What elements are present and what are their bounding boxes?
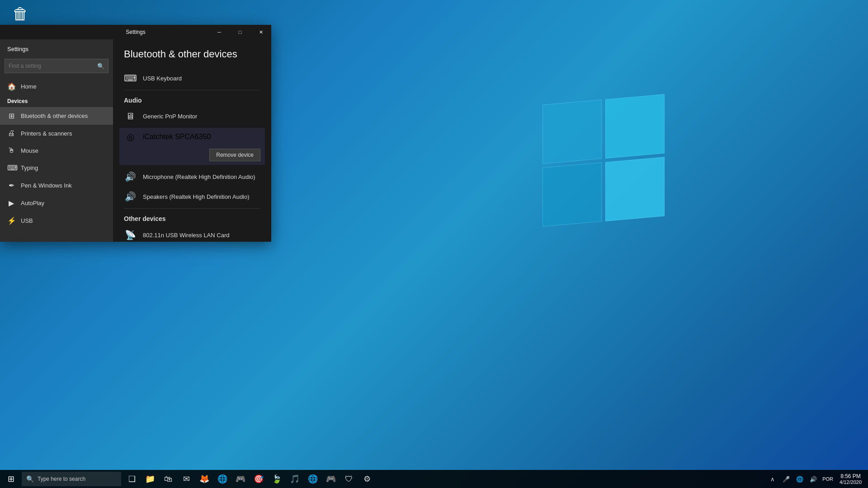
tray-date: 4/12/2020 (840, 479, 862, 485)
store-button[interactable]: 🛍 (159, 470, 177, 488)
tray-chevron[interactable]: ∧ (766, 470, 779, 488)
taskbar-tray: ∧ 🎤 🌐 🔊 POR 8:56 PM 4/12/2020 (766, 470, 868, 488)
sidebar: Settings 🔍 🏠 Home Devices ⊞ Bluetooth & … (0, 39, 113, 242)
microphone-icon: 🔊 (124, 171, 137, 182)
audio-section-header: Audio (124, 97, 260, 104)
speakers-icon: 🔊 (124, 191, 137, 202)
mail-button[interactable]: ✉ (177, 470, 195, 488)
wireless-lan-icon: 📡 (124, 230, 137, 240)
bluetooth-icon: ⊞ (7, 112, 15, 120)
minimize-button[interactable]: ─ (209, 25, 230, 39)
home-label: Home (21, 83, 37, 90)
device-item-icatchtek[interactable]: ◎ iCatchtek SPCA6350 Remove device (119, 128, 265, 165)
sidebar-item-autoplay[interactable]: ▶ AutoPlay (0, 194, 113, 212)
sidebar-mouse-label: Mouse (21, 147, 38, 154)
device-item-usb-keyboard[interactable]: ⌨ USB Keyboard (124, 68, 260, 88)
explorer-button[interactable]: 📁 (141, 470, 159, 488)
sidebar-autoplay-label: AutoPlay (21, 200, 44, 206)
recycle-bin-icon: 🗑 (5, 5, 36, 23)
sidebar-printers-label: Printers & scanners (21, 130, 72, 137)
sidebar-app-label: Settings (0, 39, 113, 57)
sidebar-item-pen[interactable]: ✒ Pen & Windows Ink (0, 177, 113, 194)
taskbar-search-text: Type here to search (38, 476, 85, 482)
search-icon: 🔍 (97, 63, 104, 70)
sidebar-item-typing[interactable]: ⌨ Typing (0, 159, 113, 177)
search-input[interactable] (9, 63, 97, 69)
tray-volume[interactable]: 🔊 (807, 470, 820, 488)
camera-icon: ◎ (124, 131, 137, 142)
network-icon: 🌐 (796, 476, 803, 483)
device-item-wireless-lan[interactable]: 📡 802.11n USB Wireless LAN Card (124, 225, 260, 242)
mouse-icon: 🖱 (7, 146, 15, 155)
shield-icon: 🛡 (345, 474, 353, 484)
settings-icon: ⚙ (363, 474, 371, 484)
pen-icon: ✒ (7, 181, 15, 190)
steam-button[interactable]: 🎮 (231, 470, 250, 488)
sidebar-item-usb[interactable]: ⚡ USB (0, 212, 113, 230)
start-icon: ⊞ (8, 474, 14, 484)
chrome-icon: 🌐 (217, 474, 227, 484)
window-title: Settings (126, 29, 145, 35)
task-view-button[interactable]: ❑ (123, 470, 141, 488)
device-item-microphone[interactable]: 🔊 Microphone (Realtek High Definition Au… (124, 167, 260, 187)
tray-network[interactable]: 🌐 (793, 470, 806, 488)
page-title: Bluetooth & other devices (124, 48, 260, 60)
search-box[interactable]: 🔍 (5, 59, 108, 73)
game-button[interactable]: 🎯 (250, 470, 268, 488)
mail-icon: ✉ (183, 474, 190, 484)
sidebar-item-printers[interactable]: 🖨 Printers & scanners (0, 125, 113, 142)
icatchtek-name: iCatchtek SPCA6350 (143, 133, 260, 141)
close-button[interactable]: ✕ (250, 25, 271, 39)
printer-icon: 🖨 (7, 129, 15, 137)
autoplay-icon: ▶ (7, 199, 15, 207)
game-icon: 🎯 (254, 474, 264, 484)
taskbar-icons: ❑ 📁 🛍 ✉ 🦊 🌐 🎮 🎯 🍃 (123, 470, 376, 488)
app-browser-button[interactable]: 🌐 (304, 470, 322, 488)
sidebar-item-home[interactable]: 🏠 Home (0, 78, 113, 95)
music-icon: 🎵 (290, 474, 300, 484)
sidebar-item-mouse[interactable]: 🖱 Mouse (0, 142, 113, 159)
taskbar-search[interactable]: 🔍 Type here to search (22, 472, 121, 486)
tray-clock[interactable]: 8:56 PM 4/12/2020 (836, 470, 865, 488)
game2-icon: 🎮 (326, 474, 336, 484)
settings-button[interactable]: ⚙ (358, 470, 376, 488)
explorer-icon: 📁 (145, 474, 155, 484)
window-body: Settings 🔍 🏠 Home Devices ⊞ Bluetooth & … (0, 39, 271, 242)
app-shield-button[interactable]: 🛡 (340, 470, 358, 488)
sidebar-section-label: Devices (0, 95, 113, 107)
keyboard-icon: ⌨ (124, 73, 137, 84)
start-button[interactable]: ⊞ (0, 470, 22, 488)
spotify-icon: 🍃 (272, 474, 282, 484)
main-content: Bluetooth & other devices ⌨ USB Keyboard… (113, 39, 271, 242)
sidebar-typing-label: Typing (21, 164, 38, 171)
tray-lang[interactable]: POR (821, 476, 835, 482)
divider-2 (124, 208, 260, 209)
device-item-speakers[interactable]: 🔊 Speakers (Realtek High Definition Audi… (124, 187, 260, 206)
sidebar-item-bluetooth[interactable]: ⊞ Bluetooth & other devices (0, 107, 113, 125)
usb-icon: ⚡ (7, 216, 15, 225)
tray-time: 8:56 PM (840, 473, 861, 479)
monitor-icon: 🖥 (124, 111, 137, 122)
sidebar-pen-label: Pen & Windows Ink (21, 182, 72, 189)
steam-icon: 🎮 (236, 474, 245, 484)
sidebar-usb-label: USB (21, 217, 33, 224)
tray-mic[interactable]: 🎤 (780, 470, 793, 488)
mic-icon: 🎤 (783, 476, 790, 483)
maximize-button[interactable]: □ (230, 25, 250, 39)
firefox-icon: 🦊 (199, 474, 209, 484)
chrome-button[interactable]: 🌐 (213, 470, 231, 488)
title-bar: Settings ─ □ ✕ (0, 25, 271, 39)
wireless-lan-name: 802.11n USB Wireless LAN Card (143, 232, 260, 239)
device-item-generic-pnp[interactable]: 🖥 Generic PnP Monitor (124, 107, 260, 126)
speakers-name: Speakers (Realtek High Definition Audio) (143, 193, 260, 200)
app-music-button[interactable]: 🎵 (286, 470, 304, 488)
browser-icon: 🌐 (308, 474, 318, 484)
windows-logo (542, 99, 665, 221)
remove-device-button[interactable]: Remove device (209, 149, 260, 161)
other-devices-section-header: Other devices (124, 215, 260, 222)
app-spotify-button[interactable]: 🍃 (268, 470, 286, 488)
microphone-name: Microphone (Realtek High Definition Audi… (143, 174, 260, 180)
app-game2-button[interactable]: 🎮 (322, 470, 340, 488)
chevron-icon: ∧ (770, 476, 775, 483)
firefox-button[interactable]: 🦊 (195, 470, 213, 488)
